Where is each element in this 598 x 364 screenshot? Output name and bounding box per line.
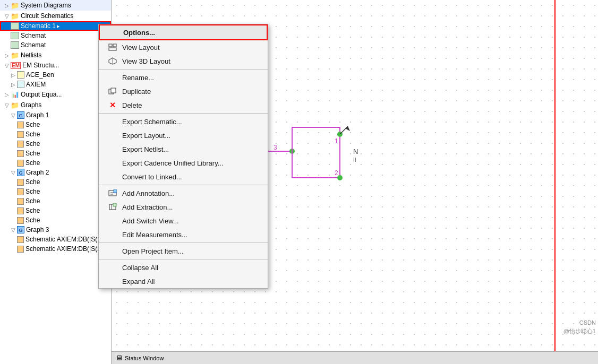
tree-item-graph3[interactable]: ▽ G Graph 3 (0, 225, 111, 235)
menu-item-open-project-item[interactable]: Open Project Item... (99, 244, 268, 258)
menu-item-view-layout[interactable]: View Layout (99, 40, 268, 54)
tree-item-sche-g2-2[interactable]: Sche (0, 187, 111, 196)
svg-rect-13 (113, 203, 116, 206)
sche-icon-g1-4 (17, 150, 24, 157)
view-3d-icon (107, 57, 118, 65)
menu-item-collapse-all[interactable]: Collapse All (99, 261, 268, 274)
sche-icon-g1-5 (17, 160, 24, 167)
menu-label-view-layout: View Layout (122, 44, 160, 51)
tree-item-sche-g1-5[interactable]: Sche (0, 158, 111, 168)
folder-icon-graphs: 📁 (11, 101, 19, 109)
tree-label-circuit-schematics: Circuit Schematics (21, 12, 73, 20)
menu-item-edit-measurements[interactable]: Edit Measurements... (99, 228, 268, 241)
tree-item-sche-g1-3[interactable]: Sche (0, 139, 111, 149)
expand-icon-output: ▷ (4, 92, 10, 97)
tree-item-sche-g1-2[interactable]: Sche (0, 129, 111, 139)
menu-item-options[interactable]: Options... (99, 24, 268, 40)
menu-item-add-switch-view[interactable]: Add Switch View... (99, 214, 268, 228)
graph1-icon: G (17, 111, 24, 119)
tree-item-graph2[interactable]: ▽ G Graph 2 (0, 168, 111, 177)
svg-rect-0 (109, 44, 112, 47)
menu-item-export-netlist[interactable]: Export Netlist... (99, 142, 268, 156)
tree-item-schemat-a1[interactable]: Schemat (0, 31, 111, 40)
rename-icon (107, 73, 118, 82)
tree-item-sche-g2-5[interactable]: Sche (0, 215, 111, 225)
sche-icon-g2-4 (17, 207, 24, 214)
menu-item-export-layout[interactable]: Export Layout... (99, 128, 268, 142)
tree-panel: ▷ 📁 System Diagrams ▽ 📁 Circuit Schemati… (0, 0, 112, 364)
menu-item-duplicate[interactable]: Duplicate (99, 84, 268, 98)
tree-item-ace-ben[interactable]: ▷ ACE_Ben (0, 70, 111, 80)
separator-2 (99, 113, 268, 114)
duplicate-icon (107, 87, 118, 96)
tree-item-sche-g2-1[interactable]: Sche (0, 177, 111, 187)
menu-label-convert-linked: Convert to Linked... (122, 173, 182, 181)
watermark-line1: CSDN (563, 319, 596, 327)
sche-icon-g2-3 (17, 198, 24, 205)
tree-item-system-diagrams[interactable]: ▷ 📁 System Diagrams (0, 0, 111, 11)
expand-icon-em: ▽ (4, 63, 10, 68)
tree-label-sche-g2-4: Sche (25, 207, 40, 214)
menu-item-export-schematic[interactable]: Export Schematic... (99, 115, 268, 128)
schematic-icon-a1 (11, 32, 19, 39)
options-icon (108, 28, 119, 37)
menu-label-rename: Rename... (122, 74, 154, 82)
tree-item-sche-g1-4[interactable]: Sche (0, 149, 111, 158)
tree-item-sche-g2-3[interactable]: Sche (0, 196, 111, 206)
second-box (292, 127, 340, 178)
tree-item-axiem[interactable]: ▷ AXIEM (0, 80, 111, 89)
menu-item-view-3d-layout[interactable]: View 3D Layout (99, 54, 268, 68)
expand-icon-axiem: ▷ (11, 82, 16, 87)
tree-item-graph1[interactable]: ▽ G Graph 1 (0, 110, 111, 120)
menu-item-add-extraction[interactable]: Add Extraction... (99, 200, 268, 214)
open-project-icon (107, 247, 118, 255)
svg-rect-10 (114, 189, 117, 193)
menu-label-add-annotation: Add Annotation... (122, 189, 175, 197)
menu-item-export-cadence[interactable]: Export Cadence Unified Library... (99, 156, 268, 170)
sche-icon-g3-1 (17, 236, 24, 243)
menu-item-expand-all[interactable]: Expand All (99, 274, 268, 288)
tree-item-circuit-schematics[interactable]: ▽ 📁 Circuit Schematics (0, 11, 111, 21)
menu-label-expand-all: Expand All (122, 278, 155, 285)
schematic1-arrow: ▸ (57, 23, 60, 30)
separator-4 (99, 242, 268, 243)
tree-item-netlists[interactable]: ▷ 📁 Netlists (0, 50, 111, 60)
menu-item-convert-linked[interactable]: Convert to Linked... (99, 170, 268, 184)
tree-item-sche-g3-2[interactable]: Schematic AXIEM:DB(|S(2,1)) (0, 244, 111, 254)
menu-label-add-extraction: Add Extraction... (122, 203, 173, 211)
sche-icon-g1-3 (17, 141, 24, 148)
menu-item-rename[interactable]: Rename... (99, 71, 268, 84)
tree-item-sche-g3-1[interactable]: Schematic AXIEM:DB(|S(1,1)) (0, 235, 111, 244)
output-icon: 📊 (11, 90, 19, 99)
tree-item-output-equa[interactable]: ▷ 📊 Output Equa... (0, 89, 111, 100)
menu-item-delete[interactable]: ✕ Delete (99, 98, 268, 112)
expand-icon-system-diagrams: ▷ (4, 3, 10, 8)
tree-item-sche-g2-4[interactable]: Sche (0, 206, 111, 215)
menu-label-export-layout: Export Layout... (122, 132, 170, 140)
tree-item-schemat-a2[interactable]: Schemat (0, 40, 111, 50)
collapse-all-icon (107, 263, 118, 272)
tree-item-schematic1[interactable]: Schematic 1 ▸ (0, 21, 111, 31)
svg-rect-1 (113, 44, 116, 47)
watermark: CSDN @怡步聪心1 (563, 319, 596, 335)
menu-label-duplicate: Duplicate (122, 88, 151, 96)
tree-label-sche-g2-3: Sche (25, 197, 40, 205)
folder-icon-netlists: 📁 (11, 51, 19, 59)
tree-label-em: EM Structu... (22, 62, 59, 69)
tree-label-sche-g2-1: Sche (25, 178, 40, 186)
menu-item-add-annotation[interactable]: Add Annotation... (99, 186, 268, 200)
graph2-icon: G (17, 169, 24, 176)
status-label: Status Window (125, 355, 164, 361)
tree-label-schemat-a1: Schemat (21, 32, 46, 39)
tree-label-axiem: AXIEM (26, 81, 46, 88)
tree-label-netlists: Netlists (21, 51, 41, 59)
em-icon: EM (11, 62, 21, 69)
tree-item-graphs[interactable]: ▽ 📁 Graphs (0, 100, 111, 110)
add-annotation-icon (107, 189, 118, 197)
delete-icon: ✕ (107, 101, 118, 109)
context-menu-container: Options... View Layout View 3D Layout Re… (98, 24, 268, 289)
tree-item-sche-g1-1[interactable]: Sche (0, 120, 111, 129)
export-cadence-icon (107, 159, 118, 167)
expand-icon-graphs: ▽ (4, 102, 10, 108)
tree-item-em-structure[interactable]: ▽ EM EM Structu... (0, 60, 111, 70)
